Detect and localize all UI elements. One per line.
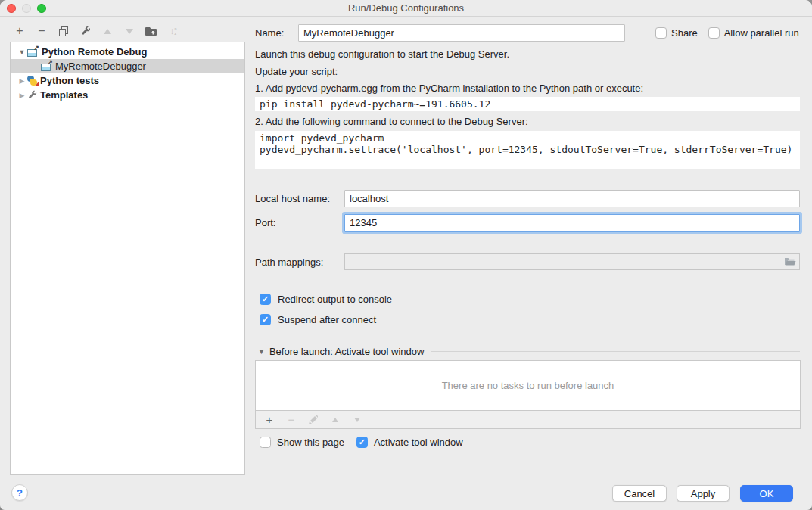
- edit-pencil-icon: [307, 414, 319, 426]
- show-this-page-label: Show this page: [277, 437, 344, 448]
- path-mappings-label: Path mappings:: [255, 257, 344, 268]
- tree-item-label: Python Remote Debug: [42, 46, 147, 58]
- suspend-after-connect-label: Suspend after connect: [278, 314, 376, 325]
- tree-item-myremotedebugger[interactable]: ↗ MyRemoteDebugger: [11, 59, 244, 73]
- name-input[interactable]: [298, 24, 625, 42]
- run-config-icon: ↗: [41, 61, 52, 71]
- suspend-after-connect-checkbox[interactable]: ✓: [260, 314, 271, 325]
- tree-item-label: Python tests: [40, 75, 99, 86]
- show-this-page-checkbox[interactable]: [260, 437, 271, 448]
- apply-button[interactable]: Apply: [677, 485, 730, 502]
- remove-configuration-button[interactable]: −: [36, 25, 48, 37]
- before-launch-panel: There are no tasks to run before launch …: [255, 360, 801, 429]
- add-task-button[interactable]: +: [263, 414, 275, 426]
- collapse-arrow-icon[interactable]: ▶: [17, 92, 27, 99]
- sort-alphabetically-icon: ↓az: [167, 25, 179, 37]
- port-label: Port:: [255, 217, 344, 229]
- local-host-name-label: Local host name:: [255, 193, 344, 204]
- run-config-icon: ↗: [27, 47, 39, 57]
- window-title: Run/Debug Configurations: [0, 2, 812, 14]
- activate-tool-window-label: Activate tool window: [374, 437, 463, 448]
- before-launch-title: Before launch: Activate tool window: [269, 346, 425, 357]
- code-line-settrace: pydevd_pycharm.settrace('localhost', por…: [260, 144, 795, 155]
- allow-parallel-run-label: Allow parallel run: [724, 27, 799, 39]
- port-value: 12345: [350, 217, 377, 229]
- python-logo-icon: [27, 76, 37, 86]
- path-mappings-input: [344, 253, 800, 270]
- cancel-button[interactable]: Cancel: [612, 485, 667, 502]
- tree-item-label: Templates: [40, 89, 88, 101]
- collapse-arrow-icon[interactable]: ▶: [17, 77, 27, 85]
- configurations-toolbar: + − ↓az: [14, 22, 179, 40]
- pip-install-code: pip install pydevd-pycharm~=191.6605.12: [255, 97, 800, 111]
- code-line-import: import pydevd_pycharm: [260, 132, 795, 144]
- edit-templates-wrench-icon[interactable]: [79, 25, 92, 37]
- before-launch-toolbar: + −: [256, 410, 800, 428]
- move-task-down-icon: [351, 414, 363, 426]
- section-divider: [431, 351, 800, 352]
- ok-button[interactable]: OK: [740, 485, 793, 502]
- share-label: Share: [671, 27, 698, 39]
- instruction-line-2: Update your script:: [255, 66, 338, 77]
- name-label: Name:: [255, 27, 298, 39]
- allow-parallel-run-checkbox[interactable]: [708, 27, 720, 39]
- activate-tool-window-checkbox[interactable]: ✓: [356, 437, 368, 448]
- text-caret: [378, 217, 378, 229]
- tree-item-label: MyRemoteDebugger: [55, 61, 146, 72]
- tree-item-python-tests[interactable]: ▶ Python tests: [11, 73, 244, 88]
- tree-item-templates[interactable]: ▶ Templates: [11, 88, 244, 102]
- tree-item-python-remote-debug[interactable]: ▼ ↗ Python Remote Debug: [11, 45, 244, 59]
- copy-configuration-icon[interactable]: [58, 25, 70, 37]
- before-launch-collapse-icon[interactable]: ▼: [258, 348, 265, 356]
- settrace-code-block: import pydevd_pycharm pydevd_pycharm.set…: [255, 131, 800, 169]
- configurations-tree: ▼ ↗ Python Remote Debug ↗ MyRemoteDebugg…: [10, 42, 245, 475]
- redirect-output-label: Redirect output to console: [278, 294, 392, 305]
- share-checkbox[interactable]: [655, 27, 667, 39]
- redirect-output-checkbox[interactable]: ✓: [260, 294, 271, 305]
- local-host-name-input[interactable]: [344, 190, 800, 207]
- move-up-icon: [101, 25, 114, 37]
- move-down-icon: [123, 25, 135, 37]
- run-debug-configurations-dialog: Run/Debug Configurations + − ↓az ▼ ↗ Pyt…: [0, 0, 812, 510]
- title-bar: Run/Debug Configurations: [0, 0, 812, 17]
- before-launch-empty-text: There are no tasks to run before launch: [256, 361, 800, 410]
- instruction-step-2: 2. Add the following command to connect …: [255, 116, 528, 127]
- move-task-up-icon: [329, 414, 341, 426]
- wrench-icon: [27, 90, 37, 100]
- open-folder-icon: [784, 257, 796, 269]
- add-configuration-button[interactable]: +: [14, 25, 26, 37]
- new-folder-icon[interactable]: [145, 25, 157, 37]
- remove-task-button: −: [285, 414, 297, 426]
- port-input[interactable]: 12345: [344, 214, 800, 232]
- instruction-step-1: 1. Add pydevd-pycharm.egg from the PyCha…: [255, 82, 643, 94]
- instruction-line-1: Launch this debug configuration to start…: [255, 48, 509, 60]
- expand-arrow-icon[interactable]: ▼: [17, 48, 27, 56]
- help-button[interactable]: ?: [11, 484, 28, 501]
